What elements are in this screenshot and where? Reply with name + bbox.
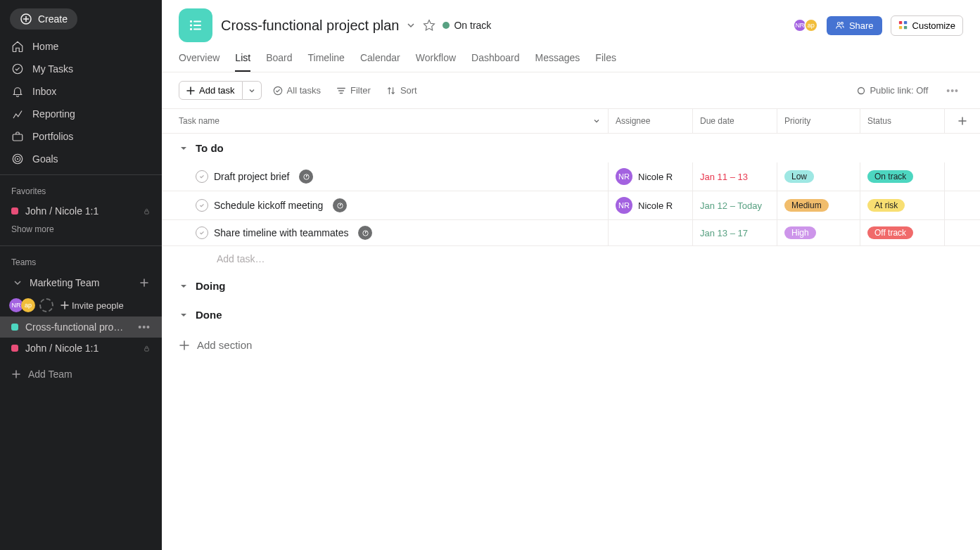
section-name: Doing: [196, 280, 226, 292]
section-header[interactable]: To do: [162, 134, 980, 162]
svg-rect-9: [193, 21, 201, 23]
tab-workflow[interactable]: Workflow: [416, 52, 456, 72]
svg-rect-13: [193, 29, 201, 30]
svg-rect-17: [903, 21, 906, 24]
assignee-cell[interactable]: [609, 220, 693, 245]
task-row[interactable]: Draft project briefNRNicole RJan 11 – 13…: [162, 162, 980, 191]
create-button[interactable]: Create: [10, 8, 77, 30]
favorites-heading[interactable]: Favorites: [0, 179, 162, 200]
team-name: Marketing Team: [30, 277, 132, 288]
tab-list[interactable]: List: [235, 52, 250, 72]
task-name-cell[interactable]: Schedule kickoff meeting: [162, 191, 609, 219]
complete-checkbox[interactable]: [196, 226, 208, 239]
tab-files[interactable]: Files: [595, 52, 616, 72]
project-icon[interactable]: [179, 8, 212, 42]
show-more-link[interactable]: Show more: [0, 222, 162, 241]
filter-button[interactable]: Filter: [332, 82, 375, 98]
section-name: To do: [196, 142, 224, 154]
all-tasks-button[interactable]: All tasks: [269, 82, 325, 98]
team-toggle[interactable]: Marketing Team: [0, 271, 162, 294]
tab-calendar[interactable]: Calendar: [360, 52, 400, 72]
status-cell[interactable]: Off track: [860, 220, 945, 245]
sort-button[interactable]: Sort: [382, 82, 421, 98]
collapse-caret-icon[interactable]: [179, 311, 189, 319]
priority-cell[interactable]: Low: [777, 162, 860, 191]
nav-reporting[interactable]: Reporting: [0, 103, 162, 125]
add-section-button[interactable]: Add section: [162, 329, 980, 361]
avatar[interactable]: ap: [21, 298, 35, 312]
milestone-icon: [358, 226, 372, 240]
svg-rect-2: [13, 134, 23, 141]
nav-home[interactable]: Home: [0, 35, 162, 58]
dots-icon[interactable]: •••: [138, 321, 151, 333]
status-chip[interactable]: On track: [443, 20, 491, 31]
column-task-name[interactable]: Task name: [162, 109, 609, 133]
assignee-cell[interactable]: NRNicole R: [609, 162, 693, 191]
nav-goals[interactable]: Goals: [0, 148, 162, 170]
home-icon: [11, 40, 24, 53]
add-column-button[interactable]: [945, 109, 980, 133]
project-item[interactable]: John / Nicole 1:1: [0, 338, 162, 359]
circle-icon: [857, 87, 865, 95]
column-due-date[interactable]: Due date: [693, 109, 777, 133]
teams-heading[interactable]: Teams: [0, 250, 162, 271]
chevron-down-icon[interactable]: [592, 117, 601, 125]
star-icon[interactable]: [423, 19, 435, 32]
svg-point-21: [858, 87, 865, 94]
add-task-dropdown-button[interactable]: [243, 81, 262, 100]
task-row[interactable]: Share timeline with teammatesJan 13 – 17…: [162, 220, 980, 246]
extra-cell[interactable]: [945, 162, 980, 191]
column-assignee[interactable]: Assignee: [609, 109, 693, 133]
tab-dashboard[interactable]: Dashboard: [471, 52, 520, 72]
due-date-cell[interactable]: Jan 11 – 13: [693, 162, 777, 191]
favorite-item[interactable]: John / Nicole 1:1: [0, 200, 162, 222]
more-options-button[interactable]: •••: [942, 82, 963, 99]
column-priority[interactable]: Priority: [777, 109, 860, 133]
nav-my-tasks[interactable]: My Tasks: [0, 58, 162, 80]
plus-icon: [957, 116, 967, 126]
extra-cell[interactable]: [945, 220, 980, 245]
nav-label: My Tasks: [32, 63, 73, 75]
section-header[interactable]: Done: [162, 300, 980, 329]
status-cell[interactable]: At risk: [860, 191, 945, 219]
tab-board[interactable]: Board: [266, 52, 292, 72]
public-link-button[interactable]: Public link: Off: [853, 82, 932, 98]
collapse-caret-icon[interactable]: [179, 282, 189, 290]
priority-cell[interactable]: Medium: [777, 191, 860, 219]
section-header[interactable]: Doing: [162, 271, 980, 300]
task-name-cell[interactable]: Draft project brief: [162, 162, 609, 191]
task-row[interactable]: Schedule kickoff meetingNRNicole RJan 12…: [162, 191, 980, 220]
svg-rect-19: [903, 26, 906, 29]
task-name-cell[interactable]: Share timeline with teammates: [162, 220, 609, 245]
due-date-value: Jan 12 – Today: [700, 200, 762, 211]
project-title[interactable]: Cross-functional project plan: [221, 18, 399, 34]
customize-button[interactable]: Customize: [891, 15, 963, 36]
status-cell[interactable]: On track: [860, 162, 945, 191]
due-date-value: Jan 11 – 13: [700, 172, 748, 182]
invite-people-button[interactable]: Invite people: [61, 300, 124, 311]
add-team-button[interactable]: Add Team: [0, 359, 162, 390]
extra-cell[interactable]: [945, 191, 980, 219]
tab-overview[interactable]: Overview: [179, 52, 219, 72]
due-date-cell[interactable]: Jan 13 – 17: [693, 220, 777, 245]
tab-messages[interactable]: Messages: [535, 52, 580, 72]
plus-icon[interactable]: [138, 276, 151, 289]
tab-timeline[interactable]: Timeline: [308, 52, 345, 72]
nav-portfolios[interactable]: Portfolios: [0, 125, 162, 148]
share-button[interactable]: Share: [827, 16, 882, 35]
priority-cell[interactable]: High: [777, 220, 860, 245]
column-status[interactable]: Status: [860, 109, 945, 133]
avatar[interactable]: ap: [804, 18, 818, 32]
due-date-cell[interactable]: Jan 12 – Today: [693, 191, 777, 219]
collapse-caret-icon[interactable]: [179, 144, 189, 153]
status-pill: At risk: [867, 199, 905, 212]
title-dropdown-icon[interactable]: [406, 20, 416, 30]
svg-rect-8: [190, 20, 192, 23]
add-task-button[interactable]: Add task: [179, 81, 243, 100]
project-item[interactable]: Cross-functional pro…•••: [0, 316, 162, 338]
nav-inbox[interactable]: Inbox: [0, 80, 162, 103]
complete-checkbox[interactable]: [196, 199, 208, 212]
add-task-inline[interactable]: Add task…: [162, 246, 980, 271]
assignee-cell[interactable]: NRNicole R: [609, 191, 693, 219]
complete-checkbox[interactable]: [196, 170, 208, 183]
